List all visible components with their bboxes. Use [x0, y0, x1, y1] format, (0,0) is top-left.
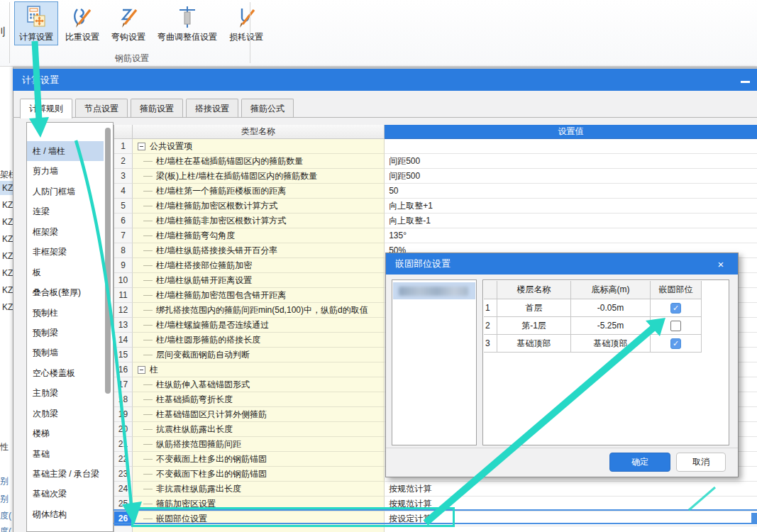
row-number-cell: 4: [114, 184, 133, 199]
table-row-3[interactable]: 3梁(板)上柱/墙柱在插筋锚固区内的箍筋数量间距500: [114, 169, 757, 184]
setting-value-cell[interactable]: [385, 139, 757, 154]
setting-value-cell[interactable]: 间距500: [385, 154, 757, 169]
type-name-cell: 柱/墙柱第一个箍筋距楼板面的距离: [133, 184, 385, 199]
ribbon-button-5[interactable]: 损耗设置: [224, 1, 268, 45]
setting-value-cell[interactable]: [385, 526, 757, 532]
sidebar-item-5[interactable]: 框架梁: [27, 222, 104, 242]
sidebar-item-3[interactable]: 人防门框墙: [27, 182, 104, 201]
sidebar-item-12[interactable]: 空心楼盖板: [27, 363, 104, 383]
tree-branch-line: [143, 504, 153, 504]
table-row-5[interactable]: 5柱/墙柱箍筋加密区根数计算方式向上取整+1: [114, 199, 757, 214]
table-row-1[interactable]: 1公共设置项: [114, 139, 757, 154]
bg-tree-item: KZ: [2, 183, 13, 193]
sidebar-item-19[interactable]: 砌体结构: [27, 504, 104, 524]
sidebar-item-18[interactable]: 基础次梁: [27, 484, 104, 504]
type-name-text: 柱纵筋伸入基础锚固形式: [156, 379, 250, 391]
category-scrollbar-thumb[interactable]: [105, 128, 111, 394]
type-name-cell: 柱/墙柱箍筋非加密区根数计算方式: [133, 214, 385, 228]
gravity-settings-icon: [70, 4, 94, 30]
sidebar-item-15[interactable]: 楼梯: [27, 423, 104, 443]
floor-elevation-cell: -0.05m: [571, 299, 651, 317]
collapse-minus-icon[interactable]: [138, 143, 145, 150]
ribbon-button-1[interactable]: 计算设置: [14, 1, 58, 45]
row-number-cell: 6: [114, 214, 133, 228]
popup-title-bar[interactable]: 嵌固部位设置: [386, 253, 738, 275]
type-name-text: 箍筋加密区设置: [156, 498, 216, 510]
sidebar-item-13[interactable]: 主肋梁: [27, 383, 104, 403]
tab-1[interactable]: 计算规则: [20, 99, 72, 118]
tab-4[interactable]: 搭接设置: [186, 99, 238, 118]
tree-branch-line: [143, 399, 153, 400]
bg-property-fragment: 别: [0, 493, 9, 505]
checkbox-unchecked[interactable]: [670, 321, 681, 331]
setting-value-cell[interactable]: 135°: [385, 228, 757, 243]
ribbon-separator: [250, 2, 250, 63]
table-row-7[interactable]: 7柱/墙柱箍筋弯勾角度135°: [114, 228, 757, 243]
type-name-cell: 不变截面上柱多出的钢筋锚固: [133, 452, 385, 467]
row-number-cell: [114, 526, 133, 532]
sidebar-item-17[interactable]: 基础主梁 / 承台梁: [27, 464, 104, 484]
row-number-cell: 25: [114, 497, 133, 511]
setting-value-cell[interactable]: 50: [385, 184, 757, 199]
ribbon-button-3[interactable]: 弯钩设置: [106, 1, 150, 45]
sidebar-item-6[interactable]: 非框架梁: [27, 242, 104, 262]
floor-name-cell: 第-1层: [497, 317, 571, 335]
type-name-text: 公共设置项: [150, 140, 192, 153]
setting-value-cell[interactable]: 按规范计算: [385, 497, 757, 511]
blurred-text: [399, 287, 468, 296]
type-name-cell: 纵筋搭接范围箍筋间距: [133, 437, 385, 452]
tab-2[interactable]: 节点设置: [75, 99, 128, 118]
type-name-cell: 柱/墙柱箍筋加密区根数计算方式: [133, 199, 385, 214]
sidebar-item-10[interactable]: 预制梁: [27, 323, 104, 343]
sidebar-item-7[interactable]: 板: [27, 262, 104, 282]
floor-row-number: 3: [484, 335, 497, 353]
minimize-dash-icon[interactable]: [741, 81, 750, 83]
floor-set-list[interactable]: [392, 279, 477, 445]
sidebar-item-14[interactable]: 次肋梁: [27, 404, 104, 423]
setting-value-cell[interactable]: 按设定计算: [385, 511, 757, 526]
table-row-4[interactable]: 4柱/墙柱第一个箍筋距楼板面的距离50: [114, 184, 757, 199]
collapse-minus-icon[interactable]: [138, 366, 145, 374]
row-number-cell: 8: [114, 243, 133, 258]
sidebar-item-2[interactable]: 剪力墙: [27, 161, 104, 181]
sidebar-item-16[interactable]: 基础: [27, 444, 104, 464]
tab-3[interactable]: 箍筋设置: [131, 99, 183, 118]
sidebar-item-11[interactable]: 预制墙: [27, 343, 104, 362]
type-name-cell: 嵌固部位设置: [133, 511, 385, 526]
sidebar-item-8[interactable]: 叠合板(整厚): [27, 282, 104, 302]
floor-set-selected-item[interactable]: [393, 282, 475, 299]
setting-value-cell[interactable]: 向上取整-1: [385, 214, 757, 228]
ribbon-button-2[interactable]: 比重设置: [60, 1, 104, 45]
checkbox-checked[interactable]: [670, 303, 681, 314]
ribbon-button-4[interactable]: 弯曲调整值设置: [153, 1, 222, 45]
type-name-text: 柱基础插筋弯折长度: [156, 394, 233, 406]
table-row-26[interactable]: 26嵌固部位设置按设定计算: [114, 511, 757, 526]
setting-value-cell[interactable]: 间距500: [385, 169, 757, 184]
setting-value-cell[interactable]: 向上取整+1: [385, 199, 757, 214]
table-row-24[interactable]: 24非抗震柱纵筋露出长度按规范计算: [114, 482, 757, 497]
table-row-6[interactable]: 6柱/墙柱箍筋非加密区根数计算方式向上取整-1: [114, 214, 757, 228]
row26-selection-chip: [751, 513, 757, 523]
sidebar-item-1[interactable]: 柱 / 墙柱: [27, 141, 104, 161]
table-row-2[interactable]: 2柱/墙柱在基础插筋锚固区内的箍筋数量间距500: [114, 154, 757, 169]
tab-5[interactable]: 箍筋公式: [241, 99, 294, 118]
table-row-25[interactable]: 25箍筋加密区设置按规范计算: [114, 497, 757, 511]
row-number-cell: 16: [114, 362, 133, 377]
type-name-cell: 柱/墙柱箍筋弯勾角度: [133, 228, 385, 243]
type-name-text: 绑扎搭接范围内的箍筋间距min(5d,100)中，纵筋d的取值: [156, 304, 368, 316]
ok-button[interactable]: 确定: [609, 453, 670, 472]
dialog-tabs: 计算规则节点设置箍筋设置搭接设置箍筋公式: [20, 99, 294, 118]
type-name-text: 嵌固部位设置: [156, 513, 207, 525]
close-x-icon[interactable]: ×: [711, 253, 731, 275]
row-number-cell: 10: [114, 273, 133, 288]
floor-header-blank: [484, 281, 497, 299]
sidebar-item-4[interactable]: 连梁: [27, 201, 104, 221]
dialog-title-bar[interactable]: 计算设置: [13, 69, 757, 91]
row-number-cell: 14: [114, 333, 133, 348]
checkbox-checked[interactable]: [670, 338, 681, 349]
sidebar-item-9[interactable]: 预制柱: [27, 303, 104, 323]
table-row-partial[interactable]: [114, 526, 757, 532]
bg-tree-item: KZ: [2, 285, 13, 295]
cancel-button[interactable]: 取消: [676, 453, 726, 472]
setting-value-cell[interactable]: 按规范计算: [385, 482, 757, 497]
